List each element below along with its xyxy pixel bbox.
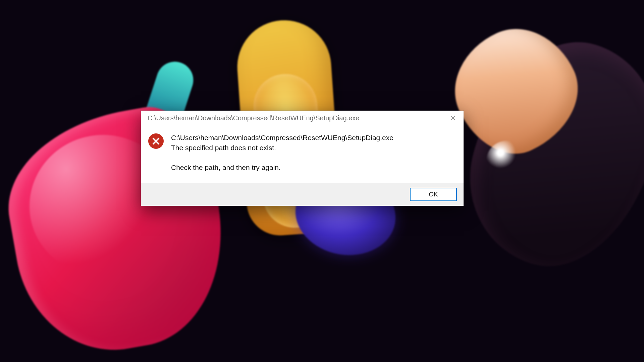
message-instruction: Check the path, and then try again.	[171, 163, 457, 173]
ok-button[interactable]: OK	[410, 188, 457, 201]
dialog-titlebar[interactable]: C:\Users\heman\Downloads\Compressed\Rese…	[141, 111, 464, 125]
error-dialog: C:\Users\heman\Downloads\Compressed\Rese…	[141, 111, 464, 206]
dialog-title: C:\Users\heman\Downloads\Compressed\Rese…	[148, 114, 443, 122]
dialog-message: C:\Users\heman\Downloads\Compressed\Rese…	[171, 133, 457, 173]
dialog-footer: OK	[141, 183, 464, 206]
message-error-text: The specified path does not exist.	[171, 143, 457, 153]
error-icon	[148, 133, 164, 149]
message-path: C:\Users\heman\Downloads\Compressed\Rese…	[171, 133, 457, 143]
close-icon	[450, 115, 455, 121]
dialog-content: C:\Users\heman\Downloads\Compressed\Rese…	[141, 125, 464, 183]
close-button[interactable]	[443, 111, 462, 125]
